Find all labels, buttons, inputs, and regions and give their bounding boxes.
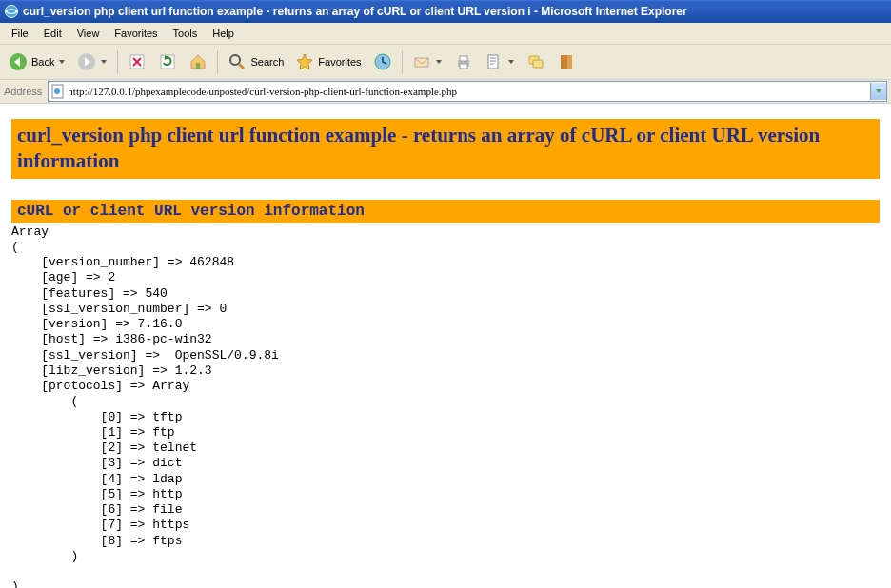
favorites-button[interactable]: Favorites: [290, 48, 366, 76]
refresh-icon: [158, 52, 177, 71]
back-icon: [9, 52, 28, 71]
address-label: Address: [4, 86, 44, 97]
menu-view[interactable]: View: [69, 26, 108, 41]
toolbar: Back Search Favorites: [0, 45, 891, 80]
edit-icon: [485, 52, 504, 71]
page-icon: [50, 84, 66, 99]
mail-button[interactable]: [407, 48, 447, 76]
menu-file[interactable]: File: [4, 26, 36, 41]
menu-favorites[interactable]: Favorites: [107, 26, 165, 41]
menu-help[interactable]: Help: [205, 26, 242, 41]
print-icon: [454, 52, 473, 71]
stop-icon: [128, 52, 147, 71]
page-subheading: cURL or client URL version information: [17, 203, 874, 220]
titlebar: curl_version php client url function exa…: [0, 0, 891, 23]
edit-button[interactable]: [480, 48, 520, 76]
back-button[interactable]: Back: [4, 48, 70, 76]
svg-point-0: [6, 6, 18, 18]
window-title: curl_version php client url function exa…: [23, 5, 687, 18]
history-icon: [373, 52, 392, 71]
svg-rect-16: [561, 55, 567, 69]
output-text: Array ( [version_number] => 462848 [age]…: [11, 225, 880, 588]
star-icon: [295, 52, 314, 71]
address-bar: Address: [0, 80, 891, 104]
history-button[interactable]: [368, 48, 397, 76]
svg-rect-11: [460, 56, 467, 61]
search-label: Search: [250, 56, 284, 68]
refresh-button[interactable]: [153, 48, 182, 76]
page-heading: curl_version php client url function exa…: [17, 123, 874, 175]
search-button[interactable]: Search: [223, 48, 288, 76]
research-button[interactable]: [552, 48, 581, 76]
stop-button[interactable]: [123, 48, 151, 76]
browser-window: curl_version php client url function exa…: [0, 0, 891, 588]
subheading-box: cURL or client URL version information: [11, 200, 880, 223]
search-icon: [228, 52, 247, 71]
svg-rect-5: [196, 63, 200, 69]
heading-box: curl_version php client url function exa…: [11, 119, 880, 179]
forward-icon: [77, 52, 96, 71]
discuss-button[interactable]: [522, 48, 550, 76]
forward-button[interactable]: [72, 48, 112, 76]
home-icon: [188, 52, 208, 71]
address-input[interactable]: [68, 84, 870, 99]
svg-line-7: [239, 64, 244, 69]
back-label: Back: [31, 56, 54, 68]
svg-point-19: [54, 88, 60, 94]
svg-rect-13: [488, 55, 498, 69]
menu-edit[interactable]: Edit: [36, 26, 69, 41]
menubar: File Edit View Favorites Tools Help: [0, 23, 891, 45]
separator: [117, 50, 118, 73]
svg-rect-17: [567, 55, 572, 69]
svg-rect-12: [460, 64, 467, 69]
favorites-label: Favorites: [318, 56, 361, 68]
svg-point-6: [230, 55, 240, 65]
svg-rect-15: [533, 60, 543, 68]
chevron-down-icon: [435, 58, 443, 66]
mail-icon: [412, 52, 431, 71]
discuss-icon: [526, 52, 545, 71]
address-dropdown[interactable]: [870, 83, 886, 100]
separator: [217, 50, 218, 73]
separator: [402, 50, 403, 73]
menu-tools[interactable]: Tools: [166, 26, 206, 41]
address-box: [48, 81, 887, 102]
research-icon: [557, 52, 576, 71]
chevron-down-icon: [58, 58, 66, 66]
print-button[interactable]: [449, 48, 478, 76]
ie-icon: [4, 4, 19, 19]
chevron-down-icon: [507, 58, 515, 66]
home-button[interactable]: [184, 48, 212, 76]
chevron-down-icon: [100, 58, 108, 66]
page-content: curl_version php client url function exa…: [0, 104, 891, 588]
